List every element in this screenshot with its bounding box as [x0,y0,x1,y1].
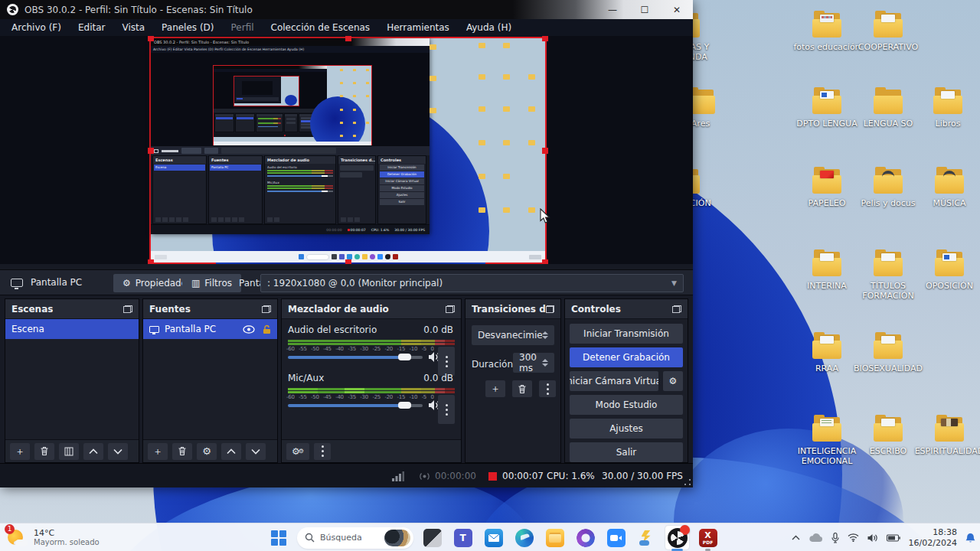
monitor-select-dropdown[interactable]: : 1920x1080 @ 0,0 (Monitor principal) ▼ [260,274,684,292]
desktop-icon-oposicion[interactable]: OPOSICIÓN [914,249,980,291]
minimize-button[interactable]: — [596,0,629,19]
desktop-icon-espiritualidad[interactable]: ESPIRITUALIDAD [914,415,980,456]
desktop-icon-dpto-lengua[interactable]: DPTO LENGUA [792,87,862,129]
popout-icon[interactable] [123,305,132,313]
menu-ayuda[interactable]: Ayuda (H) [458,19,520,36]
start-virtual-camera-button[interactable]: Iniciar Cámara Virtual [570,371,658,391]
volume-slider[interactable] [288,404,423,407]
studio-mode-button[interactable]: Modo Estudio [570,395,683,415]
popout-icon[interactable] [262,305,271,313]
virtual-camera-settings-button[interactable]: ⚙ [663,371,683,391]
capture-source-selection[interactable]: OBS 30.0.2 - Perfil: Sin Título - Escena… [151,38,545,262]
menu-perfil[interactable]: Perfil [223,19,263,36]
popout-icon[interactable] [446,305,455,313]
popout-icon[interactable] [672,305,681,313]
popout-icon[interactable] [546,305,554,313]
notification-bell-icon[interactable] [965,533,975,543]
search-input[interactable]: Búsqueda [297,527,413,549]
desktop-icon-papeleo[interactable]: PAPELEO [792,167,862,208]
menu-vista[interactable]: Vista [113,19,153,36]
selection-handle-bottom-right[interactable] [542,259,548,264]
add-scene-button[interactable]: ＋ [10,443,30,460]
desktop-icon-escribo[interactable]: ESCRIBO [853,415,923,456]
taskbar-app-pdf[interactable]: XPDF [696,526,720,549]
desktop-icon-biosexualidad[interactable]: BIOSEXUALIDAD [853,332,923,373]
source-item-pantalla-pc[interactable]: Pantalla PC [143,319,277,339]
obs-titlebar[interactable]: OBS 30.0.2 - Perfil: Sin Título - Escena… [0,0,693,19]
menu-archivo[interactable]: Archivo (F) [3,19,70,36]
move-scene-down-button[interactable] [108,443,128,460]
volume-icon[interactable] [867,533,878,543]
taskbar-app-explorer[interactable] [543,526,567,549]
scene-filters-button[interactable] [59,443,79,460]
mixer-channel-menu-button[interactable] [438,395,455,424]
stop-recording-button[interactable]: Detener Grabación [570,347,683,367]
selection-handle-top-left[interactable] [148,36,154,41]
tray-clock[interactable]: 18:38 16/02/2024 [909,527,957,549]
desktop-icon-pelis-y-docus[interactable]: Pelis y docus [853,167,923,208]
resize-grip[interactable] [684,478,691,486]
transition-select[interactable]: Desvanecimiento [472,325,554,345]
selection-handle-mid-right[interactable] [542,148,548,154]
close-button[interactable]: ✕ [661,0,693,19]
source-properties-button[interactable]: ⚙ [197,443,217,460]
taskbar-app-mail[interactable] [482,526,505,549]
taskbar-app-photos[interactable] [635,526,658,549]
menu-herramientas[interactable]: Herramientas [378,19,458,36]
filters-button[interactable]: ▥Filtros [182,274,241,292]
taskbar-app-edge[interactable] [512,526,536,549]
volume-slider[interactable] [288,356,423,359]
move-source-up-button[interactable] [221,443,241,460]
desktop-icon-fotos-educacion[interactable]: fotos educación [792,11,862,52]
menu-coleccion[interactable]: Colección de Escenas [263,19,379,36]
desktop-icon-inteligencia-emocional[interactable]: INTELIGENCIA EMOCIONAL [792,415,862,466]
taskbar-app-obs[interactable] [665,526,689,549]
selection-handle-bottom-center[interactable] [345,259,351,264]
exit-button[interactable]: Salir [570,442,683,462]
transitions-dock: Transiciones d... Desvanecimiento Duraci… [465,298,561,463]
visibility-eye-icon[interactable] [243,325,255,334]
preview-canvas[interactable]: OBS 30.0.2 - Perfil: Sin Título - Escena… [0,36,693,264]
onedrive-cloud-icon[interactable] [808,533,823,543]
transition-menu-button[interactable] [539,380,556,397]
menu-paneles[interactable]: Paneles (D) [153,19,222,36]
lock-icon[interactable] [263,324,271,334]
maximize-button[interactable]: ☐ [629,0,661,19]
selection-handle-bottom-left[interactable] [148,259,154,264]
remove-scene-button[interactable] [34,443,54,460]
selection-handle-top-center[interactable] [345,36,351,41]
desktop-icon-cooperativo[interactable]: COOPERATIVO [853,11,923,52]
duration-spinbox[interactable]: 300 ms [513,353,554,373]
taskbar-app-teams[interactable]: T [451,526,475,549]
wifi-icon[interactable] [848,533,859,542]
settings-button[interactable]: Ajustes [570,419,683,439]
microphone-icon[interactable] [831,533,839,543]
selection-handle-top-right[interactable] [542,36,548,41]
selection-handle-mid-left[interactable] [148,148,154,154]
task-view-button[interactable] [420,526,444,549]
mini-capture-level2 [213,65,372,145]
start-button[interactable] [266,526,290,549]
desktop-icon-rraa[interactable]: RRAA [792,332,862,373]
mixer-menu-button[interactable] [314,443,331,460]
taskbar-app-video[interactable] [604,526,628,549]
scene-item-escena[interactable]: Escena [5,319,139,339]
move-scene-up-button[interactable] [83,443,103,460]
desktop-icon-titulos-formacion[interactable]: TÍTULOS FORMACIÓN [853,249,923,301]
mixer-channel-menu-button[interactable] [438,347,455,376]
advanced-audio-button[interactable]: ⚙⚙ [286,443,309,460]
taskbar-app-microsoft365[interactable] [573,526,597,549]
move-source-down-button[interactable] [246,443,266,460]
add-transition-button[interactable]: ＋ [485,380,505,397]
start-streaming-button[interactable]: Iniciar Transmisión [570,324,683,344]
remove-transition-button[interactable] [512,380,532,397]
add-source-button[interactable]: ＋ [148,443,168,460]
desktop-icon-interina[interactable]: INTERINA [792,249,862,291]
taskbar-weather-widget[interactable]: 1 14°C Mayorm. soleado [6,527,100,548]
remove-source-button[interactable] [172,443,192,460]
battery-icon[interactable] [887,534,900,542]
desktop-icon-musica[interactable]: MÚSICA [914,167,980,208]
menu-editar[interactable]: Editar [70,19,114,36]
desktop-icon-libros[interactable]: Libros [913,87,980,129]
tray-chevron-up-icon[interactable] [792,535,800,540]
